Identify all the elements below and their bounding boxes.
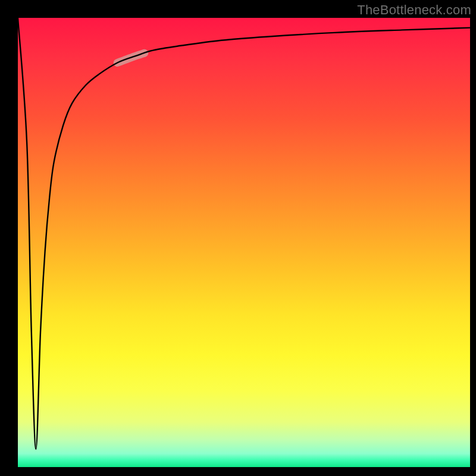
curve-layer [18, 18, 470, 467]
bottleneck-curve [18, 18, 470, 449]
watermark-text: TheBottleneck.com [357, 2, 471, 18]
chart-frame: TheBottleneck.com [0, 0, 476, 476]
plot-area [18, 18, 470, 467]
